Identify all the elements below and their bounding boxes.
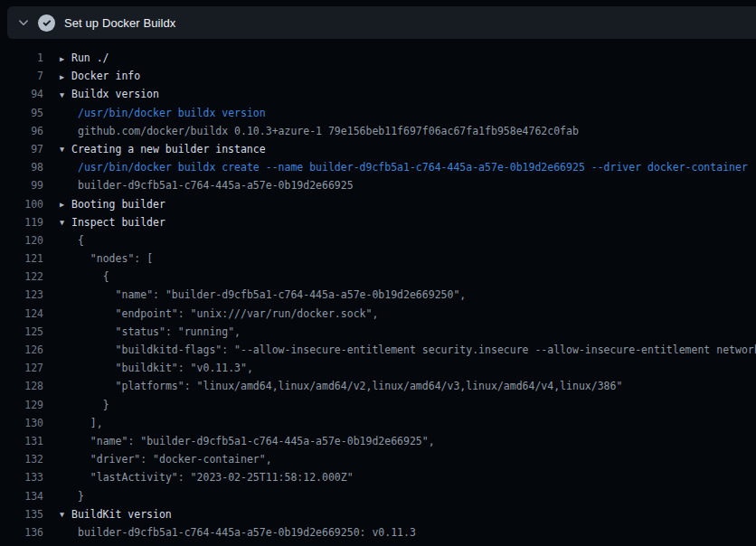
line-number-link[interactable]: 135 bbox=[0, 505, 43, 523]
line-number-link[interactable]: 134 bbox=[0, 487, 43, 505]
triangle-down-icon: ▼ bbox=[60, 505, 71, 523]
line-text: builder-d9cfb5a1-c764-445a-a57e-0b19d2e6… bbox=[78, 526, 416, 539]
line-text: BuildKit version bbox=[71, 508, 172, 521]
line-text: "status": "running", bbox=[78, 325, 241, 338]
line-text: { bbox=[78, 234, 84, 247]
line-number-link[interactable]: 124 bbox=[0, 305, 43, 323]
triangle-right-icon: ▶ bbox=[60, 50, 71, 68]
log-line: 134} bbox=[0, 487, 756, 505]
log-line: 98/usr/bin/docker buildx create --name b… bbox=[0, 158, 756, 176]
log-line-group[interactable]: 97▼Creating a new builder instance bbox=[0, 140, 756, 158]
log-line-group[interactable]: 100▶Booting builder bbox=[0, 195, 756, 213]
log-line: 132 "driver": "docker-container", bbox=[0, 450, 756, 468]
line-number-link[interactable]: 121 bbox=[0, 249, 43, 268]
line-text: "buildkitd-flags": "--allow-insecure-ent… bbox=[78, 344, 756, 356]
line-text: Booting builder bbox=[71, 198, 165, 211]
line-text: Creating a new builder instance bbox=[71, 143, 266, 155]
line-text: "nodes": [ bbox=[78, 252, 153, 265]
line-number-link[interactable]: 126 bbox=[0, 341, 43, 359]
log-line: 129 } bbox=[0, 396, 756, 414]
log-line: 96github.com/docker/buildx 0.10.3+azure-… bbox=[0, 122, 756, 140]
log-line: 136builder-d9cfb5a1-c764-445a-a57e-0b19d… bbox=[0, 523, 756, 541]
line-text: } bbox=[78, 490, 84, 503]
log-line: 99builder-d9cfb5a1-c764-445a-a57e-0b19d2… bbox=[0, 176, 756, 194]
line-text: ], bbox=[78, 417, 103, 429]
line-number-link[interactable]: 125 bbox=[0, 323, 43, 341]
log-line: 121 "nodes": [ bbox=[0, 249, 756, 268]
line-number-link[interactable]: 133 bbox=[0, 468, 43, 486]
line-number-link[interactable]: 97 bbox=[0, 140, 43, 158]
line-number-link[interactable]: 100 bbox=[0, 195, 43, 213]
chevron-down-icon bbox=[17, 16, 30, 29]
line-text: "name": "builder-d9cfb5a1-c764-445a-a57e… bbox=[78, 288, 466, 301]
log-line: 124 "endpoint": "unix:///var/run/docker.… bbox=[0, 305, 756, 323]
log-line: 120{ bbox=[0, 231, 756, 249]
line-number-link[interactable]: 1 bbox=[0, 49, 43, 67]
log-line: 127 "buildkit": "v0.11.3", bbox=[0, 359, 756, 377]
line-text: Inspect builder bbox=[71, 216, 165, 229]
line-number-link[interactable]: 136 bbox=[0, 523, 43, 541]
line-text: } bbox=[78, 399, 109, 411]
line-text: Run ./ bbox=[71, 52, 109, 64]
line-text: "buildkit": "v0.11.3", bbox=[78, 362, 253, 374]
line-text: github.com/docker/buildx 0.10.3+azure-1 … bbox=[78, 125, 579, 137]
line-number-link[interactable]: 96 bbox=[0, 122, 43, 140]
line-number-link[interactable]: 122 bbox=[0, 268, 43, 286]
triangle-down-icon: ▼ bbox=[60, 213, 71, 231]
triangle-down-icon: ▼ bbox=[60, 86, 71, 104]
log-line: 95/usr/bin/docker buildx version bbox=[0, 104, 756, 122]
log-line-group[interactable]: 94▼Buildx version bbox=[0, 85, 756, 103]
step-header-set-up-docker-buildx[interactable]: Set up Docker Buildx bbox=[7, 6, 756, 39]
log-line: 131 "name": "builder-d9cfb5a1-c764-445a-… bbox=[0, 432, 756, 450]
triangle-right-icon: ▶ bbox=[60, 68, 71, 86]
triangle-right-icon: ▶ bbox=[60, 195, 71, 213]
line-text: "lastActivity": "2023-02-25T11:58:12.000… bbox=[78, 471, 354, 484]
line-number-link[interactable]: 98 bbox=[0, 158, 43, 176]
line-text: "driver": "docker-container", bbox=[78, 453, 272, 466]
line-number-link[interactable]: 131 bbox=[0, 432, 43, 450]
line-number-link[interactable]: 120 bbox=[0, 231, 43, 249]
log-line: 130 ], bbox=[0, 414, 756, 432]
line-text: /usr/bin/docker buildx create --name bui… bbox=[78, 161, 748, 174]
line-text: "endpoint": "unix:///var/run/docker.sock… bbox=[78, 307, 378, 320]
line-number-link[interactable]: 130 bbox=[0, 414, 43, 432]
line-text: "platforms": "linux/amd64,linux/amd64/v2… bbox=[78, 380, 622, 392]
line-number-link[interactable]: 128 bbox=[0, 377, 43, 395]
line-text: { bbox=[78, 270, 109, 283]
log-line-group[interactable]: 7▶Docker info bbox=[0, 67, 756, 85]
check-circle-icon bbox=[38, 14, 55, 32]
line-number-link[interactable]: 94 bbox=[0, 85, 43, 103]
line-text: "name": "builder-d9cfb5a1-c764-445a-a57e… bbox=[78, 435, 435, 447]
line-number-link[interactable]: 119 bbox=[0, 213, 43, 231]
log-line: 126 "buildkitd-flags": "--allow-insecure… bbox=[0, 341, 756, 359]
line-number-link[interactable]: 129 bbox=[0, 396, 43, 414]
log-line-group[interactable]: 135▼BuildKit version bbox=[0, 505, 756, 523]
log-line: 123 "name": "builder-d9cfb5a1-c764-445a-… bbox=[0, 286, 756, 304]
line-text: /usr/bin/docker buildx version bbox=[78, 107, 266, 119]
line-text: Docker info bbox=[71, 70, 140, 82]
line-number-link[interactable]: 7 bbox=[0, 67, 43, 85]
step-title: Set up Docker Buildx bbox=[64, 16, 175, 30]
log-line: 128 "platforms": "linux/amd64,linux/amd6… bbox=[0, 377, 756, 395]
log-output: 1▶Run ./7▶Docker info94▼Buildx version95… bbox=[0, 39, 756, 541]
log-line: 125 "status": "running", bbox=[0, 323, 756, 341]
line-number-link[interactable]: 127 bbox=[0, 359, 43, 377]
line-number-link[interactable]: 123 bbox=[0, 286, 43, 304]
log-line-group[interactable]: 1▶Run ./ bbox=[0, 49, 756, 67]
actions-log-viewer: Set up Docker Buildx 1▶Run ./7▶Docker in… bbox=[0, 0, 756, 546]
triangle-down-icon: ▼ bbox=[60, 140, 71, 158]
line-text: Buildx version bbox=[71, 88, 159, 100]
line-number-link[interactable]: 99 bbox=[0, 176, 43, 194]
log-line: 133 "lastActivity": "2023-02-25T11:58:12… bbox=[0, 468, 756, 486]
line-text: builder-d9cfb5a1-c764-445a-a57e-0b19d2e6… bbox=[78, 179, 354, 192]
line-number-link[interactable]: 95 bbox=[0, 104, 43, 122]
line-number-link[interactable]: 132 bbox=[0, 450, 43, 468]
log-line: 122 { bbox=[0, 268, 756, 286]
log-line-group[interactable]: 119▼Inspect builder bbox=[0, 213, 756, 231]
